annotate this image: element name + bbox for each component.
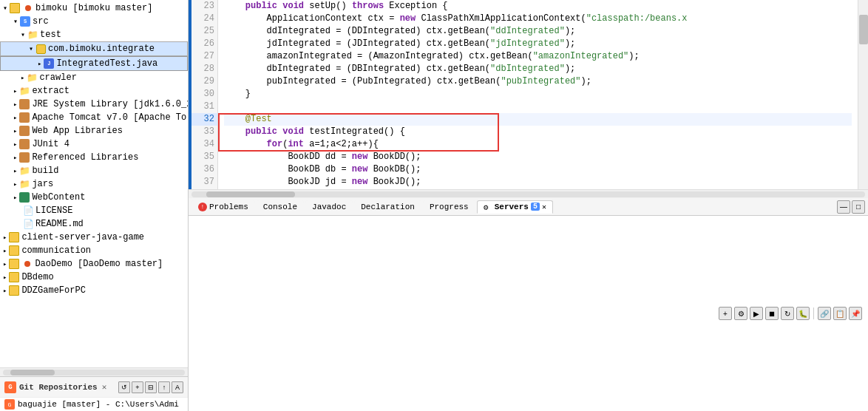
- git-btn-4[interactable]: ↑: [158, 381, 170, 393]
- tree-item-webapplibs[interactable]: ▸ Web App Libraries: [0, 124, 188, 137]
- line-num-33: 33: [191, 126, 217, 138]
- git-repo-label: baguajie [master] - C:\Users\Admi: [18, 400, 179, 409]
- line-num-36: 36: [191, 163, 217, 176]
- code-text[interactable]: public void setUp() throws Exception { A…: [218, 0, 858, 189]
- git-btn-2[interactable]: +: [132, 381, 143, 393]
- project-icon: [8, 245, 20, 257]
- src-icon: S: [19, 16, 31, 27]
- code-scrollbar-h[interactable]: [189, 189, 868, 198]
- tree-label: DaoDemo [DaoDemo master]: [35, 259, 163, 269]
- project-icon: [8, 285, 20, 296]
- code-line-35: BookDD dd = new BookDD();: [224, 151, 852, 163]
- git-btn-1[interactable]: ↺: [118, 381, 130, 393]
- git-close-badge: ✕: [102, 382, 107, 392]
- git-section-title: Git Repositories: [19, 383, 98, 392]
- tree-item-com-bimoku[interactable]: ▾ com.bimoku.integrate: [0, 41, 188, 56]
- tree-item-build[interactable]: ▸ 📁 build: [0, 164, 188, 177]
- git-repo-icon: G: [4, 399, 15, 410]
- tree-label: crawler: [39, 72, 76, 83]
- web-icon: [18, 191, 30, 203]
- line-num-23: 23: [191, 0, 217, 13]
- tree-label: JRE System Library [jdk1.6.0_24: [32, 99, 188, 109]
- lib-icon: [18, 138, 30, 150]
- git-btn-3[interactable]: ⊟: [145, 381, 157, 393]
- project-icon: [8, 231, 20, 243]
- tree-item-daodemo[interactable]: ▸ DaoDemo [DaoDemo master]: [0, 257, 188, 271]
- line-num-29: 29: [191, 75, 217, 88]
- tree-label: WebContent: [32, 192, 85, 203]
- tree-item-license[interactable]: 📄 LICENSE: [0, 204, 188, 217]
- expand-arrow: ▸: [13, 194, 17, 202]
- server-btn-restart[interactable]: ↻: [781, 307, 794, 320]
- tree-item-bimoku[interactable]: ▾ bimoku [bimoku master]: [0, 1, 188, 15]
- tab-label: Declaration: [361, 203, 415, 211]
- tree-item-test[interactable]: ▾ 📁 test: [0, 28, 188, 41]
- tab-progress[interactable]: Progress: [423, 200, 475, 214]
- tree-item-ddzgame[interactable]: ▸ DDZGameForPC: [0, 284, 188, 297]
- tree-item-src[interactable]: ▾ S src: [0, 15, 188, 28]
- tab-problems[interactable]: ! Problems: [191, 200, 255, 214]
- tree-item-crawler[interactable]: ▸ 📁 crawler: [0, 71, 188, 84]
- server-btn-stop[interactable]: ⏹: [765, 307, 779, 320]
- server-btn-pin[interactable]: 📌: [849, 307, 862, 320]
- git-btn-5[interactable]: A: [172, 381, 183, 393]
- project-explorer: ▾ bimoku [bimoku master] ▾ S src ▾ 📁 tes…: [0, 0, 189, 411]
- code-line-26: jdIntegrated = (JDIntegrated) ctx.getBea…: [224, 38, 852, 50]
- tree-label: jars: [32, 179, 53, 189]
- tree-item-reflibs[interactable]: ▸ Referenced Libraries: [0, 151, 188, 164]
- tree-item-client-server[interactable]: ▸ client-server-java-game: [0, 231, 188, 244]
- tree-label: README.md: [35, 219, 84, 229]
- server-btn-settings[interactable]: ⚙: [734, 307, 747, 320]
- tab-label: Javadoc: [312, 203, 346, 211]
- code-line-27: amazonIntegrated = (AmazonIntegrated) ct…: [224, 50, 852, 63]
- file-icon: 📄: [22, 218, 34, 230]
- vertical-scrollbar[interactable]: [858, 0, 868, 189]
- maximize-btn[interactable]: □: [852, 200, 865, 214]
- tree-item-junit[interactable]: ▸ JUnit 4: [0, 137, 188, 151]
- line-num-35: 35: [191, 151, 217, 163]
- tree-item-jre[interactable]: ▸ JRE System Library [jdk1.6.0_24: [0, 98, 188, 111]
- code-scroll-area[interactable]: 23 24 25 26 27 28 29 30 31 32 33 34 35 3…: [189, 0, 868, 189]
- expand-arrow: ▸: [3, 274, 7, 282]
- tab-servers[interactable]: ⚙ Servers 5 ✕: [477, 200, 553, 214]
- tree-item-webcontent[interactable]: ▸ WebContent: [0, 191, 188, 204]
- server-btn-link[interactable]: 🔗: [818, 307, 831, 320]
- tree-scrollbar-h[interactable]: [0, 367, 188, 376]
- expand-arrow: ▾: [13, 17, 18, 26]
- server-btn-copy[interactable]: 📋: [833, 307, 847, 320]
- tree-item-communication[interactable]: ▸ communication: [0, 244, 188, 257]
- project-icon: [8, 271, 20, 283]
- server-btn-debug[interactable]: 🐛: [796, 307, 810, 320]
- expand-arrow: ▸: [38, 60, 41, 68]
- tab-console[interactable]: Console: [257, 200, 304, 214]
- lib-icon: [18, 98, 30, 110]
- expand-arrow: ▸: [3, 287, 7, 295]
- tree-label: JUnit 4: [32, 139, 69, 149]
- bottom-tab-toolbar: — □: [837, 200, 865, 214]
- code-line-29: pubIntegrated = (PubIntegrated) ctx.getB…: [224, 75, 852, 88]
- server-btn-new[interactable]: +: [719, 307, 732, 320]
- tree-label: DBdemo: [21, 272, 53, 282]
- expand-arrow: ▸: [3, 234, 7, 242]
- git-repo-entry[interactable]: G baguajie [master] - C:\Users\Admi: [0, 397, 188, 411]
- tree-label: IntegratedTest.java: [56, 58, 157, 69]
- tree-label: Referenced Libraries: [32, 152, 138, 163]
- tab-javadoc[interactable]: Javadoc: [305, 200, 353, 214]
- line-num-27: 27: [191, 50, 217, 63]
- line-num-26: 26: [191, 38, 217, 50]
- tree-item-extract[interactable]: ▸ 📁 extract: [0, 84, 188, 98]
- server-btn-start[interactable]: ▶: [750, 307, 763, 320]
- tab-declaration[interactable]: Declaration: [354, 200, 421, 214]
- tree-item-jars[interactable]: ▸ 📁 jars: [0, 177, 188, 191]
- line-numbers: 23 24 25 26 27 28 29 30 31 32 33 34 35 3…: [191, 0, 218, 189]
- tree-item-readme[interactable]: 📄 README.md: [0, 217, 188, 231]
- code-line-31: [224, 101, 852, 113]
- folder-icon: 📁: [18, 165, 30, 177]
- minimize-btn[interactable]: —: [837, 200, 850, 214]
- project-icon: [8, 258, 20, 270]
- tree-item-dbdemo[interactable]: ▸ DBdemo: [0, 271, 188, 284]
- expand-arrow: ▸: [13, 127, 17, 135]
- tab-close-icon[interactable]: ✕: [542, 203, 546, 211]
- tree-item-integrated-test[interactable]: ▸ J IntegratedTest.java: [0, 56, 188, 71]
- tree-item-tomcat[interactable]: ▸ Apache Tomcat v7.0 [Apache To: [0, 111, 188, 124]
